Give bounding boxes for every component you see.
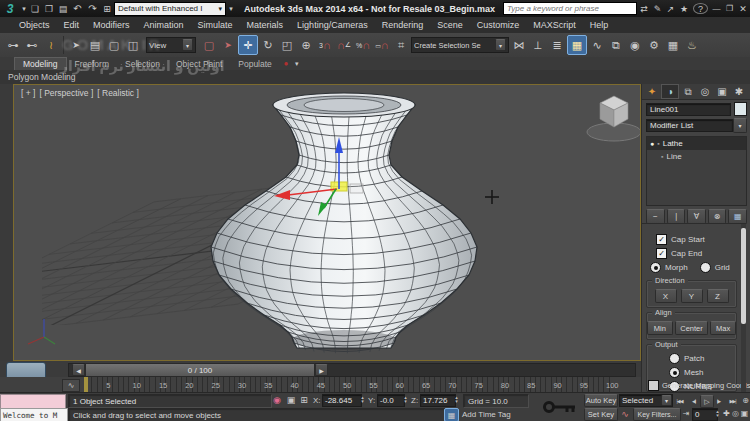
exchange-apps-icon[interactable]: ⇄ — [637, 0, 651, 18]
view-cube[interactable] — [587, 96, 640, 141]
ribbon-tab-selection[interactable]: Selection — [117, 58, 168, 70]
visibility-bulb-icon[interactable]: ● — [650, 140, 654, 147]
play-button[interactable]: ▷ — [700, 395, 714, 408]
direction-z-button[interactable]: Z — [707, 289, 729, 303]
viewport-general-menu[interactable]: [ + ] — [21, 88, 35, 98]
ribbon-record-icon[interactable]: ● — [280, 59, 292, 68]
viewport-shading-label[interactable]: [ Realistic ] — [97, 88, 139, 98]
object-name-field[interactable]: Line001 — [646, 103, 731, 116]
pin-stack-button[interactable]: − — [646, 209, 665, 224]
align-icon[interactable]: ⟂ — [529, 36, 547, 54]
graphite-ribbon-icon[interactable]: ▦ — [567, 35, 587, 55]
time-slider-handle[interactable]: 0 / 100 — [85, 363, 315, 377]
named-selection-set-dropdown[interactable]: Create Selection Se ▾ — [411, 37, 509, 53]
generate-mapping-coords-checkbox[interactable] — [648, 380, 659, 391]
x-spinner[interactable]: ▴▾ — [359, 395, 366, 403]
perspective-viewport[interactable]: [ + ] [ Perspective ] [ Realistic ] — [13, 84, 641, 361]
material-editor-icon[interactable]: ◉ — [626, 36, 644, 54]
panel-scrollbar-thumb[interactable] — [741, 228, 746, 324]
window-crossing-icon[interactable]: ◫ — [124, 36, 142, 54]
mirror-icon[interactable]: ⋈ — [510, 36, 528, 54]
output-mesh-radio[interactable] — [669, 367, 680, 378]
menu-help[interactable]: Help — [583, 19, 616, 31]
track-bar[interactable]: ∿ 51015202530354045505560657075808590951… — [0, 377, 641, 393]
menu-customize[interactable]: Customize — [470, 19, 527, 31]
key-mode-toggle-icon[interactable]: ⇥ — [681, 408, 691, 419]
maxscript-mini-listener[interactable]: Welcome to M — [0, 408, 68, 421]
go-to-start-button[interactable]: |◀◀ — [672, 395, 687, 406]
snaps-toggle-3d-icon[interactable]: 3∩ — [316, 36, 334, 54]
workspace-outer-arrow-icon[interactable]: ▾ — [226, 5, 236, 13]
grid-radio[interactable] — [700, 262, 711, 273]
auto-key-button[interactable]: Auto Key — [584, 394, 618, 407]
add-time-tag-label[interactable]: Add Time Tag — [462, 410, 511, 419]
select-and-manipulate-icon[interactable]: ▢ — [200, 36, 218, 54]
object-color-swatch[interactable] — [734, 102, 747, 116]
menu-animation[interactable]: Animation — [137, 19, 191, 31]
schematic-view-icon[interactable]: ⧉ — [607, 36, 625, 54]
absolute-mode-toggle-icon[interactable]: ⊞ — [298, 394, 310, 406]
rectangular-selection-region-icon[interactable]: ▢ — [105, 36, 123, 54]
edit-named-selection-sets-icon[interactable]: ⌗ — [392, 36, 410, 54]
help-icon[interactable]: ? — [693, 3, 708, 14]
maximize-button[interactable]: ❐ — [723, 0, 736, 18]
maximize-viewport-toggle-icon[interactable]: ▣ — [740, 408, 749, 419]
previous-frame-arrow[interactable]: ◀ — [72, 364, 85, 376]
output-patch-radio[interactable] — [669, 353, 680, 364]
workspace-selector[interactable]: Default with Enhanced I ▾ — [114, 2, 226, 16]
select-object-icon[interactable]: ➤ — [67, 36, 85, 54]
minimize-button[interactable]: — — [710, 0, 723, 18]
direction-x-button[interactable]: X — [655, 289, 677, 303]
modifier-stack-row-lathe[interactable]: ● ▪ Lathe — [647, 137, 746, 150]
layer-manager-icon[interactable]: ≣ — [548, 36, 566, 54]
render-setup-icon[interactable]: ⚙ — [645, 36, 663, 54]
previous-frame-button[interactable]: ◀| — [688, 395, 699, 406]
viewport-pov-label[interactable]: [ Perspective ] — [39, 88, 93, 98]
wrench-icon[interactable]: ✎ — [651, 0, 664, 18]
go-to-end-button[interactable]: ▶▶| — [725, 395, 740, 406]
orbit-icon[interactable]: ◎ — [731, 408, 740, 419]
use-pivot-point-icon[interactable]: ⊕ — [297, 36, 315, 54]
gizmo-yz-plane-handle[interactable] — [350, 184, 363, 193]
set-key-button[interactable]: Set Key — [584, 408, 618, 421]
percent-snap-icon[interactable]: %∩ — [354, 36, 372, 54]
pan-hand-icon[interactable]: ✚ — [722, 408, 731, 419]
show-end-result-button[interactable]: ∣ — [667, 209, 686, 224]
make-unique-button[interactable]: ∀ — [687, 209, 706, 224]
menu-rendering[interactable]: Rendering — [375, 19, 431, 31]
undo-icon[interactable]: ↶ — [70, 0, 85, 18]
select-and-rotate-icon[interactable]: ↻ — [259, 36, 277, 54]
ribbon-tab-modeling[interactable]: Modeling — [14, 57, 67, 70]
rendered-frame-window-icon[interactable]: ▦ — [664, 36, 682, 54]
create-tab-icon[interactable]: ✦ — [644, 85, 660, 98]
ribbon-tab-freeform[interactable]: Freeform — [67, 58, 117, 70]
angle-snap-icon[interactable]: ∩∠ — [335, 36, 353, 54]
select-by-name-icon[interactable]: ▤ — [86, 36, 104, 54]
select-and-scale-icon[interactable]: ◰ — [278, 36, 296, 54]
render-production-icon[interactable]: ♨ — [683, 36, 701, 54]
direction-y-button[interactable]: Y — [681, 289, 703, 303]
menu-scene[interactable]: Scene — [430, 19, 470, 31]
menu-materials[interactable]: Materials — [240, 19, 291, 31]
menu-lighting-cameras[interactable]: Lighting/Cameras — [290, 19, 375, 31]
y-spinner[interactable]: ▴▾ — [402, 395, 409, 403]
modify-tab-icon[interactable]: ◑ — [661, 84, 679, 99]
zoom-icon[interactable]: ⊕ — [741, 395, 750, 406]
curve-editor-icon[interactable]: ∿ — [588, 36, 606, 54]
next-frame-arrow[interactable]: ▶ — [315, 364, 328, 376]
utilities-tab-icon[interactable]: ✱ — [731, 85, 747, 98]
ribbon-minimize-arrow-icon[interactable]: ▾ — [292, 60, 302, 68]
ribbon-tab-object-paint[interactable]: Object Paint — [168, 58, 230, 70]
configure-modifier-sets-button[interactable]: ▦ — [728, 209, 747, 224]
close-button[interactable]: ✕ — [736, 0, 750, 18]
x-coordinate-field[interactable]: -28.645 — [322, 394, 362, 407]
morph-radio[interactable] — [650, 262, 661, 273]
selection-lock-icon[interactable]: ▣ — [285, 394, 297, 406]
spinner-snap-icon[interactable]: ▭∩ — [373, 36, 391, 54]
menu-objects[interactable]: Objects — [12, 19, 57, 31]
open-file-icon[interactable]: ❐ — [42, 0, 56, 18]
set-key-filters-curve-icon[interactable]: ∿ — [619, 408, 631, 419]
maxscript-macro-recorder[interactable] — [0, 394, 66, 409]
select-and-link-icon[interactable]: ⊶ — [4, 36, 22, 54]
select-and-move-icon[interactable]: ✛ — [238, 35, 258, 55]
